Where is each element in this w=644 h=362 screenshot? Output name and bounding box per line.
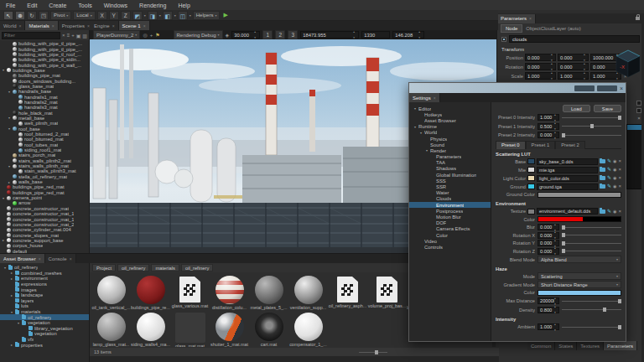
asset-thumbnail[interactable]: cart.mat	[249, 311, 288, 347]
close-icon[interactable]: ×	[70, 256, 72, 261]
snap-surface-icon[interactable]: ◩	[132, 11, 143, 20]
settings-tree-item[interactable]: Physics	[409, 136, 491, 142]
material-tab[interactable]: States	[555, 341, 577, 350]
clear-icon[interactable]: ×	[637, 116, 641, 122]
spinner-icon[interactable]	[551, 54, 554, 61]
clear-icon[interactable]: ×	[618, 167, 621, 173]
tree-caret-icon[interactable]: ▾	[2, 68, 5, 72]
axis-button[interactable]: Z	[121, 11, 131, 20]
ground-color-swatch[interactable]	[538, 192, 621, 198]
snap-pivot-icon[interactable]: ◫	[178, 11, 188, 20]
tree-caret-icon[interactable]: ▸	[10, 343, 13, 347]
asset-thumbnail[interactable]: shutter_1_mat.mat	[210, 311, 249, 347]
slider-handle[interactable]	[618, 299, 621, 303]
tab-parameters[interactable]: Parameters×	[497, 14, 536, 23]
asset-tree-item[interactable]: vfx	[0, 337, 89, 343]
view-icon[interactable]: ◉	[613, 184, 616, 189]
slider-handle[interactable]	[562, 233, 565, 237]
edit-icon[interactable]: ✎	[607, 175, 611, 181]
menu-item[interactable]: File	[0, 3, 21, 8]
settings-tree-item[interactable]: ▾ Runtime	[409, 124, 491, 130]
view-icon[interactable]: ◉	[613, 158, 616, 164]
tree-caret-icon[interactable]: ▾	[10, 310, 13, 314]
tab-settings[interactable]: Settings×	[409, 93, 440, 102]
slider[interactable]	[562, 232, 621, 239]
breadcrumb-item[interactable]: oil_refinery	[181, 264, 213, 272]
tree-caret-icon[interactable]: ▾	[8, 127, 11, 131]
close-icon[interactable]: ×	[52, 23, 55, 28]
material-tab[interactable]: Textures	[577, 341, 604, 350]
menu-item[interactable]: Edit	[21, 3, 43, 8]
tree-caret-icon[interactable]: ▾	[413, 106, 417, 111]
slider[interactable]	[562, 307, 621, 313]
close-icon[interactable]: ×	[620, 85, 623, 91]
settings-tree-item[interactable]: Postprocess	[409, 208, 491, 214]
tree-caret-icon[interactable]: ▾	[2, 196, 5, 200]
rotate-tool-icon[interactable]: ↻	[27, 11, 37, 20]
slider-value-field[interactable]: 0.000	[538, 132, 559, 138]
scale-tool-icon[interactable]: ◳	[39, 11, 49, 20]
tree-caret-icon[interactable]: ▾	[8, 164, 11, 168]
settings-tree-item[interactable]: Asset Browser	[409, 117, 491, 123]
close-icon[interactable]: ×	[87, 23, 90, 28]
asset-tree-item[interactable]: layers	[0, 298, 89, 304]
preset-tab[interactable]: Preset 1	[526, 141, 556, 149]
titlebar-button[interactable]	[597, 85, 617, 91]
edit-icon[interactable]: ✎	[607, 209, 611, 215]
bookmark-icon[interactable]: ⚑	[155, 32, 159, 38]
asset-tree-item[interactable]: ▸ landscape	[0, 292, 89, 298]
settings-tree-item[interactable]: SSR	[409, 184, 491, 189]
settings-tree-item[interactable]: Color	[409, 232, 491, 238]
slider[interactable]	[562, 323, 621, 330]
tree-caret-icon[interactable]: ▾	[8, 90, 11, 94]
preset-tab[interactable]: Preset 0	[496, 141, 526, 149]
x-value-field[interactable]: 0.000	[525, 54, 556, 61]
save-button[interactable]: Save	[594, 105, 621, 112]
environment-color-swatch[interactable]	[538, 216, 621, 222]
slider[interactable]	[562, 132, 621, 138]
camera-focus-icon[interactable]: ◎	[143, 32, 147, 38]
settings-titlebar[interactable]: ×	[409, 83, 626, 93]
distance-field[interactable]: 18473.955	[300, 31, 359, 39]
spinner-icon[interactable]	[418, 32, 422, 39]
spinner-icon[interactable]	[584, 73, 587, 80]
asset-tree-item[interactable]: ▾ oil_refinery	[0, 265, 89, 271]
material-tree-item[interactable]: building_with_pipe_tl_sidin...	[0, 57, 89, 62]
settings-tree-item[interactable]: Sound	[409, 142, 491, 147]
tree-caret-icon[interactable]: ▸	[2, 238, 5, 242]
close-icon[interactable]: ×	[434, 96, 436, 101]
asset-thumbnail[interactable]: oil_refinery_asph...	[328, 274, 367, 311]
space-dropdown[interactable]: Local▾	[73, 11, 95, 20]
delete-material-icon[interactable]: ▥	[82, 33, 87, 39]
slider-handle[interactable]	[618, 325, 621, 329]
view-icon[interactable]: ◉	[613, 167, 616, 173]
y-value-field[interactable]: 0.000	[558, 54, 589, 61]
close-icon[interactable]: ×	[529, 16, 532, 21]
asset-thumbnail[interactable]: glass_various.mat	[170, 274, 210, 311]
clone-material-icon[interactable]: ▣	[76, 33, 81, 39]
asset-tree-item[interactable]: oil_refinery	[0, 314, 89, 320]
axis-button[interactable]: Y	[109, 11, 119, 20]
spinner-icon[interactable]	[254, 32, 257, 39]
slider-value-field[interactable]: 0.000	[538, 224, 559, 230]
edit-icon[interactable]: ✎	[607, 158, 611, 164]
tree-caret-icon[interactable]: ▾	[17, 321, 20, 325]
y-value-field[interactable]: 1.000	[558, 72, 589, 80]
slider-value-field[interactable]: 0.000	[538, 248, 559, 255]
x-value-field[interactable]: 1.000	[525, 72, 556, 80]
settings-tree-item[interactable]: Controls	[409, 244, 491, 250]
titlebar-button[interactable]	[574, 85, 595, 91]
settings-tree-item[interactable]: Global Illumination	[409, 172, 491, 178]
material-tree-item[interactable]: building_with_pipe_tl_pipe_...	[0, 46, 89, 51]
breadcrumb-item[interactable]: materials	[151, 264, 179, 272]
play-icon[interactable]: ▶	[223, 12, 227, 18]
blend-mode-select[interactable]: Alpha Blend▾	[538, 256, 621, 263]
texture-path-field[interactable]: light_color.dds	[537, 175, 598, 182]
tree-caret-icon[interactable]: ▾	[425, 148, 428, 153]
panel-tab[interactable]: Properties×	[59, 21, 94, 30]
gradient-mode-select[interactable]: Short Distance Range▾	[538, 281, 621, 288]
panel-tab[interactable]: Materials×	[25, 21, 58, 30]
add-material-icon[interactable]: +	[71, 33, 75, 38]
breadcrumb-item[interactable]: Project	[92, 264, 116, 272]
tree-caret-icon[interactable]: ▸	[10, 277, 13, 281]
